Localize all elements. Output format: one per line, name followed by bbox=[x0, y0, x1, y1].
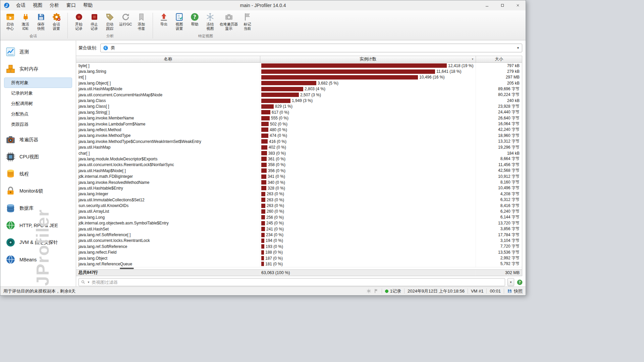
instance-count-cell: 2,803 (4 %) bbox=[260, 86, 476, 92]
sidebar-subitem-all-objects[interactable]: 所有对象 bbox=[4, 77, 72, 88]
instance-count-bar bbox=[261, 244, 264, 249]
activate-ide-button[interactable]: 激活IDE bbox=[18, 11, 33, 31]
help-button[interactable]: ? bbox=[517, 279, 523, 286]
sidebar-item-telemetries[interactable]: 遥测 bbox=[0, 43, 76, 60]
class-filter-input[interactable] bbox=[92, 280, 503, 285]
instance-count-cell: 181 (0 %) bbox=[260, 261, 476, 267]
table-row[interactable]: java.lang.ref.SoftReference[ ]234 (0 %)1… bbox=[76, 232, 522, 238]
table-row[interactable]: java.lang.reflect.Field188 (0 %)13,536 字… bbox=[76, 250, 522, 255]
toolbar: 启动中心激活IDE保存快照会话设置会话开始记录停止记录启动跟踪运行GC添加书签分… bbox=[0, 10, 526, 40]
start-recording-button[interactable]: 开始记录 bbox=[71, 11, 87, 31]
table-row[interactable]: java.lang.invoke.MethodType$ConcurrentWe… bbox=[76, 139, 522, 144]
menu-item-0[interactable]: 会话 bbox=[12, 1, 29, 10]
table-row[interactable]: java.util.concurrent.locks.ReentrantLock… bbox=[76, 162, 522, 168]
menu-item-2[interactable]: 分析 bbox=[46, 1, 63, 10]
aggregation-select[interactable]: C 类 ▼ bbox=[100, 44, 522, 52]
table-row[interactable]: java.util.Hashtable$Entry328 (0 %)10,496… bbox=[76, 185, 522, 191]
sidebar-item-threads[interactable]: 线程 bbox=[0, 165, 76, 183]
show-in-heap-walker-label: 在堆遍历器显示 bbox=[220, 22, 238, 31]
table-row[interactable]: java.lang.ref.ReferenceQueue181 (0 %)5,7… bbox=[76, 261, 522, 267]
sidebar-subitem-recorded-objects[interactable]: 记录的对象 bbox=[4, 88, 72, 98]
statusbar-right: 1记录 2024年9月12日 上午10:18:56 VM #1 00:01 快照 bbox=[366, 288, 523, 294]
table-row[interactable]: java.util.HashMap$Node[ ]356 (0 %)42,568… bbox=[76, 168, 522, 173]
horizontal-scrollbar[interactable] bbox=[76, 267, 522, 269]
table-row[interactable]: java.lang.Long256 (0 %)6,144 字节 bbox=[76, 214, 522, 220]
table-row[interactable]: char[ ]383 (0 %)184 kB bbox=[76, 150, 522, 156]
table-row[interactable]: java.lang.reflect.Method480 (0 %)42,240 … bbox=[76, 127, 522, 133]
search-options-arrow-icon[interactable]: ▼ bbox=[87, 281, 90, 284]
export-button[interactable]: 导出 bbox=[156, 11, 172, 27]
snapshot-status[interactable]: 快照 bbox=[507, 288, 523, 294]
table-row[interactable]: java.util.ImmutableCollections$Set12263 … bbox=[76, 197, 522, 203]
instance-count-bar bbox=[261, 233, 265, 237]
sidebar-item-cpu-views[interactable]: CPU视图 bbox=[0, 148, 76, 165]
sidebar-item-live-memory[interactable]: 实时内存 bbox=[0, 60, 76, 77]
table-row[interactable]: java.lang.String[ ]617 (0 %)24,440 字节 bbox=[76, 109, 522, 115]
filter-dropdown-button[interactable]: ▼ bbox=[507, 278, 514, 286]
column-header-name[interactable]: 名称 bbox=[76, 56, 260, 62]
sidebar-subitem-class-tracker[interactable]: 类跟踪器 bbox=[4, 119, 72, 130]
run-gc-button[interactable]: 运行GC bbox=[117, 11, 134, 27]
table-row[interactable]: java.lang.String11,641 (18 %)279 kB bbox=[76, 68, 522, 74]
start-center-button[interactable]: 启动中心 bbox=[2, 11, 18, 31]
start-tracking-label: 启动跟踪 bbox=[106, 22, 113, 31]
status-flag-icon[interactable] bbox=[374, 289, 379, 294]
table-row[interactable]: java.util.HashSet241 (0 %)3,856 字节 bbox=[76, 226, 522, 232]
status-separator bbox=[382, 289, 382, 294]
table-row[interactable]: java.util.ArrayList260 (0 %)6,240 字节 bbox=[76, 209, 522, 214]
recording-indicator[interactable]: 1记录 bbox=[385, 288, 401, 294]
menu-item-1[interactable]: 视图 bbox=[29, 1, 46, 10]
show-in-heap-walker-button[interactable]: 在堆遍历器显示 bbox=[218, 11, 240, 31]
sidebar-subitem-allocation-call-tree[interactable]: 分配调用树 bbox=[4, 98, 72, 109]
scrollbar-thumb[interactable] bbox=[120, 268, 134, 269]
table-row[interactable]: int[ ]10,496 (16 %)297 MB bbox=[76, 74, 522, 80]
start-tracking-button[interactable]: 启动跟踪 bbox=[102, 11, 117, 31]
table-row[interactable]: java.lang.Object187 (0 %)2,992 字节 bbox=[76, 255, 522, 261]
table-row[interactable]: sun.security.util.KnownOIDs263 (0 %)8,41… bbox=[76, 203, 522, 208]
table-row[interactable]: java.lang.Integer263 (0 %)4,208 字节 bbox=[76, 191, 522, 197]
sidebar-item-heap-walker[interactable]: 堆遍历器 bbox=[0, 131, 76, 148]
maximize-button[interactable] bbox=[495, 0, 510, 10]
stop-recording-button[interactable]: 停止记录 bbox=[87, 11, 102, 31]
monitors-locks-icon bbox=[5, 186, 16, 196]
minimize-button[interactable] bbox=[479, 0, 495, 10]
view-settings-button[interactable]: 视图设置 bbox=[172, 11, 187, 31]
menu-item-3[interactable]: 窗口 bbox=[63, 1, 79, 10]
sidebar-subitem-allocation-hotspots[interactable]: 分配热点 bbox=[4, 109, 72, 119]
table-row[interactable]: java.lang.Class1,949 (3 %)240 kB bbox=[76, 98, 522, 103]
jprofiler-logo-icon bbox=[4, 2, 10, 8]
table-row[interactable]: byte[ ]12,418 (19 %)797 kB bbox=[76, 63, 522, 68]
freeze-view-button[interactable]: 冻结视图 bbox=[203, 11, 218, 31]
class-name: java.util.ArrayList bbox=[76, 209, 260, 214]
table-row[interactable]: java.lang.invoke.LambdaForm$Name502 (0 %… bbox=[76, 121, 522, 127]
table-row[interactable]: java.lang.ref.SoftReference193 (0 %)7,72… bbox=[76, 244, 522, 249]
column-header-size[interactable]: 大小 bbox=[476, 56, 522, 62]
table-row[interactable]: java.lang.module.ModuleDescriptor$Export… bbox=[76, 156, 522, 162]
table-row[interactable]: java.util.HashMap402 (0 %)19,296 字节 bbox=[76, 144, 522, 150]
mark-current-button[interactable]: 标记当前 bbox=[240, 11, 255, 31]
close-button[interactable] bbox=[510, 0, 526, 10]
add-bookmark-button[interactable]: 添加书签 bbox=[134, 11, 149, 31]
table-row[interactable]: java.lang.invoke.ResolvedMethodName340 (… bbox=[76, 179, 522, 185]
save-snapshot-button[interactable]: 保存快照 bbox=[33, 11, 49, 31]
table-row[interactable]: java.lang.Object[ ]3,682 (5 %)205 kB bbox=[76, 80, 522, 86]
size-cell: 8,416 字节 bbox=[476, 203, 522, 208]
sidebar-item-monitors-locks[interactable]: Monitor&锁 bbox=[0, 183, 76, 200]
status-freeze-icon[interactable] bbox=[366, 289, 371, 294]
table-row[interactable]: java.lang.Class[ ]829 (1 %)23,928 字节 bbox=[76, 104, 522, 109]
status-vm[interactable]: VM #1 bbox=[471, 289, 484, 294]
session-settings-button[interactable]: 会话设置 bbox=[49, 11, 64, 31]
table-row[interactable]: jdk.internal.org.objectweb.asm.SymbolTab… bbox=[76, 220, 522, 226]
table-row[interactable]: java.util.HashMap$Node2,803 (4 %)89,696 … bbox=[76, 86, 522, 92]
table-row[interactable]: jdk.internal.math.FDBigInteger341 (0 %)1… bbox=[76, 173, 522, 179]
table-row[interactable]: java.lang.invoke.MethodType474 (0 %)18,9… bbox=[76, 133, 522, 139]
run-gc-label: 运行GC bbox=[119, 22, 132, 27]
table-row[interactable]: java.util.concurrent.locks.ReentrantLock… bbox=[76, 238, 522, 244]
status-separator bbox=[486, 289, 487, 294]
help-button[interactable]: ?帮助 bbox=[187, 11, 203, 27]
table-row[interactable]: java.util.concurrent.ConcurrentHashMap$N… bbox=[76, 92, 522, 98]
close-icon bbox=[516, 3, 520, 8]
menu-item-4[interactable]: 帮助 bbox=[79, 1, 96, 10]
table-row[interactable]: java.lang.invoke.MemberName555 (0 %)26,6… bbox=[76, 115, 522, 121]
column-header-instance-count[interactable]: 实例计数▼ bbox=[260, 56, 476, 62]
